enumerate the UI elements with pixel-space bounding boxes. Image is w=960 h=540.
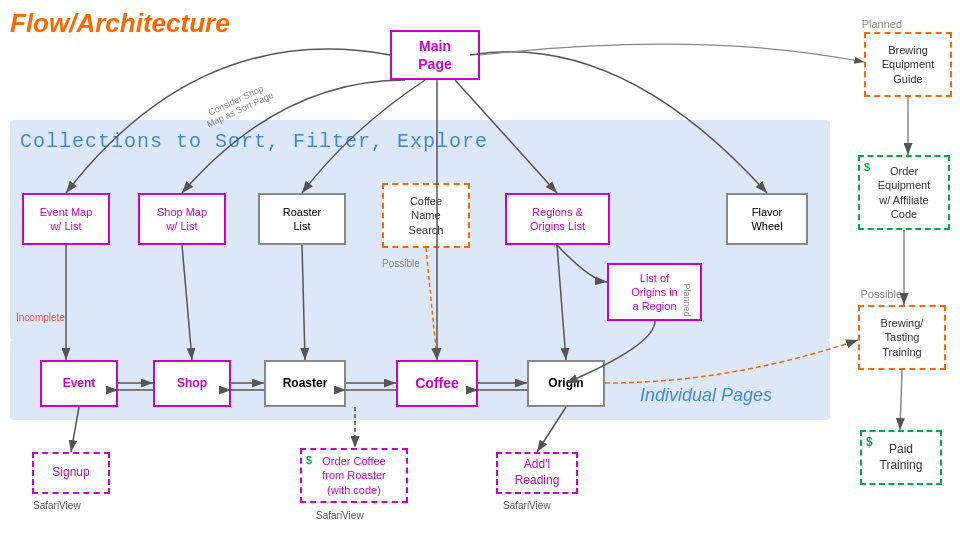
roaster-box: Roaster xyxy=(264,360,346,407)
collections-label: Collections to Sort, Filter, Explore xyxy=(20,130,488,153)
order-equipment-box: $ OrderEquipmentw/ AffiliateCode xyxy=(858,155,950,230)
safariview-2: SafariView xyxy=(316,510,364,521)
addl-reading-box: Add'lReading xyxy=(496,452,578,494)
safariview-3: SafariView xyxy=(503,500,551,511)
coffee-name-search-box: CoffeeNameSearch xyxy=(382,183,470,248)
roaster-list-box: RoasterList xyxy=(258,193,346,245)
page-title: Flow/Architecture xyxy=(10,8,230,39)
planned-label-2: Planned xyxy=(682,283,692,316)
signup-box: Signup xyxy=(32,452,110,494)
regions-origins-box: Regions &Origins List xyxy=(505,193,610,245)
possible-coffee-label: Possible xyxy=(382,258,420,269)
incomplete-label: Incomplete xyxy=(16,312,65,323)
paid-training-box: $ PaidTraining xyxy=(860,430,942,485)
brewing-tasting-box: Brewing/TastingTraining xyxy=(858,305,946,370)
possible-label-1: Possible xyxy=(860,288,902,300)
planned-label-1: Planned xyxy=(862,18,902,30)
safariview-1: SafariView xyxy=(33,500,81,511)
coffee-box: Coffee xyxy=(396,360,478,407)
origin-box: Origin xyxy=(527,360,605,407)
main-page-box: MainPage xyxy=(390,30,480,80)
flavor-wheel-box: FlavorWheel xyxy=(726,193,808,245)
event-map-box: Event Mapw/ List xyxy=(22,193,110,245)
svg-line-18 xyxy=(900,370,902,430)
individual-label: Individual Pages xyxy=(640,385,772,406)
brewing-equipment-box: BrewingEquipmentGuide xyxy=(864,32,952,97)
shop-map-box: Shop Mapw/ List xyxy=(138,193,226,245)
order-coffee-box: $ Order Coffeefrom Roaster(with code) xyxy=(300,448,408,503)
shop-box: Shop xyxy=(153,360,231,407)
event-box: Event xyxy=(40,360,118,407)
